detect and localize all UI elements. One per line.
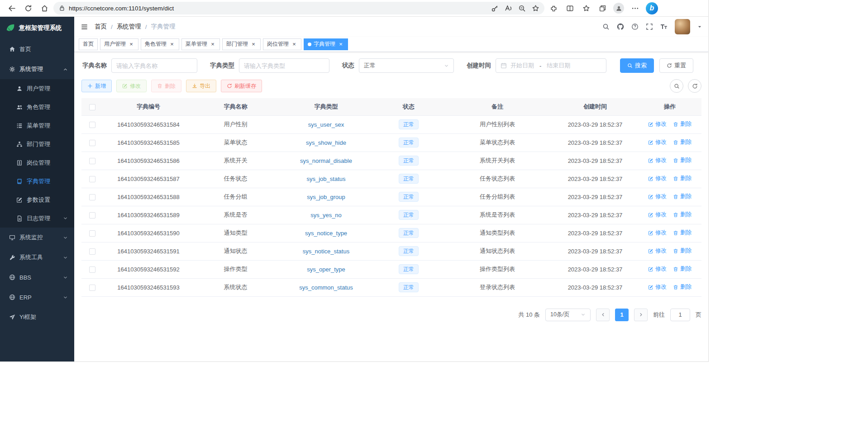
row-checkbox[interactable] (89, 158, 95, 164)
github-icon[interactable] (617, 23, 624, 30)
address-bar[interactable]: https://ccnetcore.com:1101/system/dict (53, 2, 544, 14)
split-screen-icon[interactable] (563, 1, 577, 15)
export-button[interactable]: 导出 (186, 80, 216, 92)
dict-type-link[interactable]: sys_normal_disable (300, 157, 352, 164)
row-checkbox[interactable] (89, 230, 95, 237)
breadcrumb-item[interactable]: 系统管理 (117, 23, 141, 31)
prev-page-button[interactable] (596, 309, 610, 321)
collections-icon[interactable] (595, 1, 610, 15)
dict-type-link[interactable]: sys_user_sex (308, 121, 344, 128)
favorites-icon[interactable] (579, 1, 593, 15)
sidebar-item-yi-framework[interactable]: Yi框架 (0, 307, 74, 327)
dict-type-link[interactable]: sys_job_status (307, 176, 346, 182)
sidebar-item-system-monitor[interactable]: 系统监控 (0, 228, 74, 247)
row-delete-button[interactable]: 删除 (673, 229, 692, 237)
sidebar-item-system-mgmt[interactable]: 系统管理 (0, 59, 74, 79)
dict-name-input-field[interactable] (116, 62, 192, 69)
row-checkbox[interactable] (89, 194, 95, 200)
row-delete-button[interactable]: 删除 (673, 120, 692, 128)
dict-type-link[interactable]: sys_yes_no (310, 212, 342, 219)
sidebar-item-role-mgmt[interactable]: 角色管理 (0, 98, 74, 116)
row-delete-button[interactable]: 删除 (673, 247, 692, 255)
reset-button[interactable]: 重置 (659, 58, 693, 73)
dict-name-input[interactable] (111, 58, 197, 73)
sidebar-item-bbs[interactable]: BBS (0, 267, 74, 287)
fullscreen-icon[interactable] (646, 23, 653, 30)
sidebar-item-menu-mgmt[interactable]: 菜单管理 (0, 116, 74, 135)
tab-dept-mgmt[interactable]: 部门管理× (222, 38, 261, 50)
row-delete-button[interactable]: 删除 (673, 175, 692, 182)
tab-user-mgmt[interactable]: 用户管理× (100, 38, 138, 50)
help-icon[interactable] (631, 23, 639, 30)
row-edit-button[interactable]: 修改 (648, 138, 667, 146)
sidebar-item-dict-mgmt[interactable]: 字典管理 (0, 172, 74, 190)
tab-close-icon[interactable]: × (169, 41, 175, 48)
row-edit-button[interactable]: 修改 (648, 120, 667, 128)
tab-close-icon[interactable]: × (338, 41, 344, 48)
row-edit-button[interactable]: 修改 (648, 211, 667, 219)
next-page-button[interactable] (634, 309, 648, 321)
tab-close-icon[interactable]: × (210, 41, 216, 48)
dict-type-link[interactable]: sys_notice_status (303, 248, 349, 255)
breadcrumb-item[interactable]: 首页 (95, 23, 107, 31)
back-button[interactable] (5, 1, 19, 15)
row-checkbox[interactable] (89, 212, 95, 219)
date-range-picker[interactable]: 开始日期 - 结束日期 (496, 58, 606, 73)
dict-type-input[interactable] (239, 58, 329, 73)
refresh-table-button[interactable] (688, 79, 701, 93)
tab-dict-mgmt[interactable]: 字典管理× (304, 38, 348, 50)
browser-menu-button[interactable] (628, 1, 642, 15)
row-delete-button[interactable]: 删除 (673, 211, 692, 219)
row-delete-button[interactable]: 删除 (673, 157, 692, 164)
font-size-icon[interactable] (660, 23, 668, 30)
row-delete-button[interactable]: 删除 (673, 193, 692, 200)
edit-button[interactable]: 修改 (116, 80, 147, 92)
select-all-checkbox[interactable] (89, 104, 95, 110)
refresh-cache-button[interactable]: 刷新缓存 (221, 80, 262, 92)
row-checkbox[interactable] (89, 122, 95, 128)
row-delete-button[interactable]: 删除 (673, 138, 692, 146)
add-favorite-icon[interactable] (529, 3, 542, 14)
sidebar-item-param-settings[interactable]: 参数设置 (0, 190, 74, 209)
goto-page-input[interactable] (670, 309, 690, 321)
row-edit-button[interactable]: 修改 (648, 283, 667, 291)
delete-button[interactable]: 删除 (151, 80, 181, 92)
row-edit-button[interactable]: 修改 (648, 193, 667, 200)
row-edit-button[interactable]: 修改 (648, 265, 667, 273)
page-number-button[interactable]: 1 (615, 309, 629, 321)
row-checkbox[interactable] (89, 248, 95, 255)
show-search-button[interactable] (670, 79, 683, 93)
dict-type-input-field[interactable] (244, 62, 324, 69)
row-delete-button[interactable]: 删除 (673, 283, 692, 291)
row-checkbox[interactable] (89, 266, 95, 273)
row-edit-button[interactable]: 修改 (648, 229, 667, 237)
tab-role-mgmt[interactable]: 角色管理× (141, 38, 179, 50)
row-checkbox[interactable] (89, 285, 95, 291)
row-delete-button[interactable]: 删除 (673, 265, 692, 273)
sidebar-item-home[interactable]: 首页 (0, 39, 74, 59)
url-text[interactable]: https://ccnetcore.com:1101/system/dict (69, 5, 485, 12)
header-search-icon[interactable] (602, 23, 610, 30)
tab-close-icon[interactable]: × (128, 41, 134, 48)
tab-close-icon[interactable]: × (291, 41, 297, 48)
page-size-select[interactable]: 10条/页 (545, 309, 591, 321)
browser-profile-button[interactable] (611, 1, 626, 15)
sidebar-toggle-icon[interactable] (81, 23, 88, 31)
row-checkbox[interactable] (89, 176, 95, 182)
dict-type-link[interactable]: sys_job_group (307, 194, 345, 200)
zoom-out-icon[interactable] (515, 3, 528, 14)
tab-menu-mgmt[interactable]: 菜单管理× (181, 38, 220, 50)
avatar[interactable] (675, 19, 690, 34)
dict-type-link[interactable]: sys_oper_type (307, 266, 345, 273)
password-key-icon[interactable] (488, 3, 501, 14)
user-menu-caret-icon[interactable] (697, 24, 702, 29)
dict-type-link[interactable]: sys_common_status (299, 284, 353, 291)
tab-post-mgmt[interactable]: 岗位管理× (263, 38, 301, 50)
row-checkbox[interactable] (89, 140, 95, 146)
sidebar-item-post-mgmt[interactable]: 岗位管理 (0, 153, 74, 172)
sidebar-item-system-tools[interactable]: 系统工具 (0, 247, 74, 267)
row-edit-button[interactable]: 修改 (648, 157, 667, 164)
tab-close-icon[interactable]: × (250, 41, 257, 48)
read-aloud-icon[interactable] (502, 3, 515, 14)
sidebar-item-erp[interactable]: ERP (0, 287, 74, 307)
